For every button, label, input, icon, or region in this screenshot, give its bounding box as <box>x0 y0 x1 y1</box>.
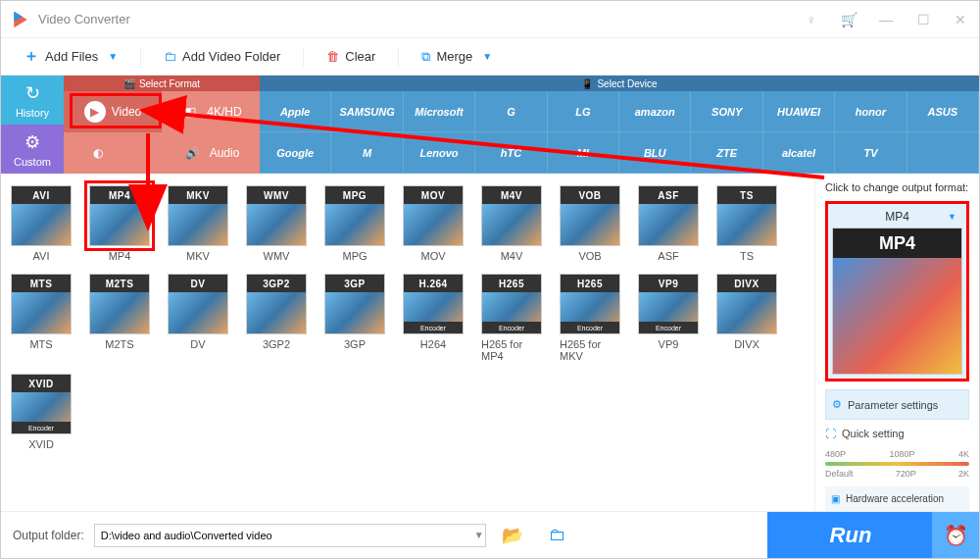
device-apple[interactable]: Apple <box>260 91 331 132</box>
format-3gp2[interactable]: 3GP23GP2 <box>246 274 307 362</box>
video-category[interactable]: ▶Video <box>64 91 162 132</box>
format-label: M4V <box>501 250 523 262</box>
audio-category[interactable]: 🔊Audio <box>162 132 260 174</box>
format-label: TS <box>740 250 754 262</box>
device-g[interactable]: G <box>475 91 547 132</box>
device-[interactable] <box>907 132 979 174</box>
device-lg[interactable]: LG <box>548 91 619 132</box>
format-dv[interactable]: DVDV <box>168 274 228 362</box>
cart-icon[interactable]: 🛒 <box>840 12 858 27</box>
output-format-box[interactable]: MP4▼ MP4 <box>825 201 969 381</box>
format-label: MPG <box>342 250 367 262</box>
format-wmv[interactable]: WMVWMV <box>246 185 307 262</box>
device-amazon[interactable]: amazon <box>619 91 691 132</box>
hd-icon: ◧ <box>179 101 201 123</box>
device-sony[interactable]: SONY <box>691 91 762 132</box>
open-folder-icon[interactable]: 🗀 <box>541 521 574 549</box>
device-mi[interactable]: MI <box>548 132 619 174</box>
titlebar: Video Converter ♀ 🛒 — ☐ ✕ <box>1 1 979 38</box>
format-mkv[interactable]: MKVMKV <box>168 185 228 262</box>
device-honor[interactable]: honor <box>835 91 906 132</box>
format-vp9[interactable]: VP9EncoderVP9 <box>638 274 699 362</box>
device-tv[interactable]: TV <box>835 132 906 174</box>
device-blu[interactable]: BLU <box>619 132 691 174</box>
clear-button[interactable]: 🗑Clear <box>318 45 383 68</box>
format-m2ts[interactable]: M2TSM2TS <box>89 274 150 362</box>
format-m4v[interactable]: M4VM4V <box>481 185 542 262</box>
format-label: DV <box>190 338 205 350</box>
format-h264[interactable]: H.264EncoderH264 <box>403 274 464 362</box>
device-zte[interactable]: ZTE <box>691 132 762 174</box>
history-tab[interactable]: ↻History <box>1 76 64 125</box>
format-label: H264 <box>420 338 446 350</box>
output-folder-input[interactable] <box>94 524 486 547</box>
device-lenovo[interactable]: Lenovo <box>404 132 475 174</box>
minimize-icon[interactable]: — <box>877 12 895 27</box>
4khd-category[interactable]: ◧4K/HD <box>162 91 260 132</box>
format-h265-for-mp4[interactable]: H265EncoderH265 for MP4 <box>481 274 542 362</box>
format-mov[interactable]: MOVMOV <box>403 185 464 262</box>
format-vob[interactable]: VOBVOB <box>560 185 620 262</box>
phone-icon: 📱 <box>581 78 593 89</box>
device-grid: 📱Select Device AppleSAMSUNGMicrosoftGLGa… <box>260 76 979 174</box>
device-huawei[interactable]: HUAWEI <box>763 91 835 132</box>
add-files-button[interactable]: ＋Add Files▼ <box>16 42 125 71</box>
format-3gp[interactable]: 3GP3GP <box>324 274 385 362</box>
format-mts[interactable]: MTSMTS <box>11 274 72 362</box>
toolbar: ＋Add Files▼ 🗀Add Video Folder 🗑Clear ⧉Me… <box>1 38 979 76</box>
dropdown-icon: ▼ <box>948 212 956 222</box>
browse-folder-icon[interactable]: 📂 <box>494 521 531 550</box>
device-alcatel[interactable]: alcatel <box>763 132 835 174</box>
custom-tab[interactable]: ⚙Custom <box>1 125 64 174</box>
format-h265-for-mkv[interactable]: H265EncoderH265 for MKV <box>560 274 620 362</box>
output-format-header: Click to change output format: <box>825 181 969 193</box>
user-icon[interactable]: ♀ <box>803 12 820 27</box>
format-label: MKV <box>186 250 210 262</box>
web-category[interactable]: ◐Web <box>64 132 162 174</box>
format-label: M2TS <box>105 338 133 350</box>
merge-icon: ⧉ <box>421 49 430 65</box>
format-ts[interactable]: TSTS <box>716 185 777 262</box>
gear-icon: ⚙ <box>24 131 40 153</box>
device-asus[interactable]: ASUS <box>907 91 979 132</box>
format-avi[interactable]: AVIAVI <box>11 185 72 262</box>
sliders-icon: ⚙ <box>832 398 842 411</box>
format-label: 3GP2 <box>263 338 290 350</box>
parameter-settings-button[interactable]: ⚙Parameter settings <box>825 389 969 420</box>
merge-button[interactable]: ⧉Merge▼ <box>414 45 500 69</box>
add-folder-button[interactable]: 🗀Add Video Folder <box>156 45 288 68</box>
close-icon[interactable]: ✕ <box>952 12 969 27</box>
history-icon: ↻ <box>25 82 40 104</box>
dropdown-icon[interactable]: ▼ <box>474 530 484 540</box>
dropdown-icon: ▼ <box>482 51 492 62</box>
dropdown-icon: ▼ <box>108 51 118 62</box>
speaker-icon: 🔊 <box>182 142 204 164</box>
format-mp4[interactable]: MP4MP4 <box>89 185 150 262</box>
category-strip: ↻History ⚙Custom 🎬Select Format ▶Video ◧… <box>1 76 979 174</box>
schedule-button[interactable]: ⏰ <box>932 512 979 559</box>
device-m[interactable]: M <box>331 132 403 174</box>
select-format-header: 🎬Select Format <box>64 76 260 91</box>
folder-plus-icon: 🗀 <box>164 49 176 64</box>
format-label: ASF <box>658 250 678 262</box>
format-xvid[interactable]: XVIDEncoderXVID <box>11 374 72 450</box>
resolution-slider[interactable]: 480P1080P4K Default720P2K <box>825 449 969 479</box>
device-samsung[interactable]: SAMSUNG <box>331 91 403 132</box>
format-divx[interactable]: DIVXDIVX <box>716 274 777 362</box>
format-asf[interactable]: ASFASF <box>638 185 699 262</box>
format-mpg[interactable]: MPGMPG <box>324 185 385 262</box>
film-icon: 🎬 <box>123 78 135 89</box>
device-google[interactable]: Google <box>260 132 331 174</box>
selected-format-label: MP4 <box>885 210 909 224</box>
device-htc[interactable]: hTC <box>475 132 547 174</box>
hardware-accel-button[interactable]: ▣Hardware acceleration <box>825 486 969 511</box>
quick-setting-row: ⛶Quick setting <box>825 428 969 439</box>
web-icon: ◐ <box>87 142 109 164</box>
bottom-bar: Output folder: ▼ 📂 🗀 Run ⏰ <box>1 511 979 558</box>
format-label: WMV <box>264 250 290 262</box>
app-logo <box>11 10 30 29</box>
device-microsoft[interactable]: Microsoft <box>404 91 475 132</box>
run-button[interactable]: Run <box>767 512 934 559</box>
maximize-icon[interactable]: ☐ <box>914 12 932 27</box>
format-label: MOV <box>420 250 445 262</box>
